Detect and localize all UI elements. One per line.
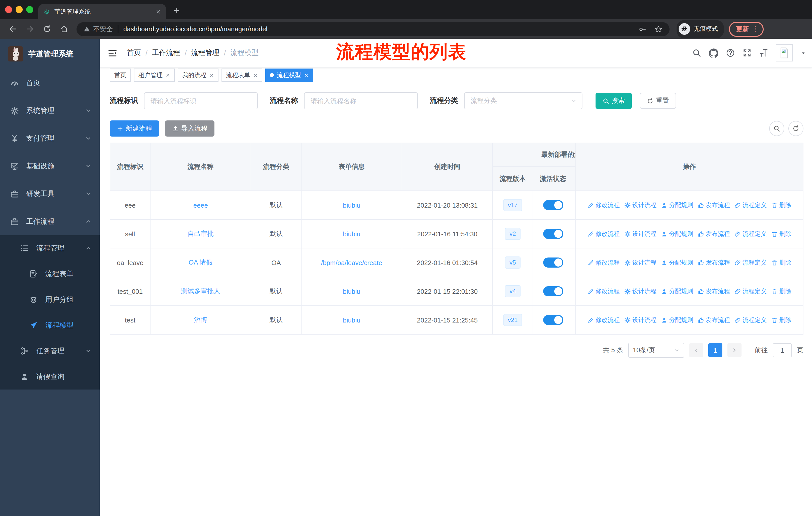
font-size-icon[interactable] [759,48,768,57]
assign-rule-link[interactable]: 分配规则 [661,201,693,209]
process-definition-link[interactable]: 流程定义 [734,258,767,267]
modify-process-link[interactable]: 修改流程 [587,258,620,267]
delete-link[interactable]: 删除 [771,287,791,296]
close-icon[interactable] [166,73,170,77]
close-icon[interactable] [253,73,258,77]
delete-link[interactable]: 删除 [771,201,791,209]
import-process-button[interactable]: 导入流程 [165,120,214,137]
breadcrumb-workflow[interactable]: 工作流程 [152,48,180,57]
sidebar-item-leave-query[interactable]: 请假查询 [0,364,100,389]
process-name-link[interactable]: 滔博 [194,316,207,325]
browser-menu-icon[interactable] [752,25,760,33]
process-name-input[interactable] [304,92,418,109]
prev-page-button[interactable] [689,343,703,357]
assign-rule-link[interactable]: 分配规则 [661,316,693,324]
category-select[interactable]: 流程分类 [464,92,582,109]
next-page-button[interactable] [727,343,742,357]
sidebar-item-process-model[interactable]: 流程模型 [0,313,100,338]
process-definition-link[interactable]: 流程定义 [734,287,767,296]
minimize-window-button[interactable] [16,6,23,13]
active-status-toggle[interactable] [543,315,563,325]
app-logo[interactable]: 芋道管理系统 [0,39,100,69]
process-name-link[interactable]: OA 请假 [188,258,212,267]
tag-home[interactable]: 首页 [110,69,131,82]
new-tab-button[interactable] [170,4,183,17]
sidebar-item-home[interactable]: 首页 [0,69,100,97]
collapse-sidebar-icon[interactable] [106,46,119,59]
publish-process-link[interactable]: 发布流程 [698,287,730,296]
sidebar-item-process-manage[interactable]: 流程管理 [0,235,100,261]
tag-process-form[interactable]: 流程表单 [222,69,262,82]
publish-process-link[interactable]: 发布流程 [698,258,730,267]
sidebar-item-devtools[interactable]: 研发工具 [0,180,100,208]
browser-tab[interactable]: 芋道管理系统 [38,4,166,19]
close-icon[interactable] [209,73,214,77]
process-definition-link[interactable]: 流程定义 [734,201,767,209]
assign-rule-link[interactable]: 分配规则 [661,258,693,267]
password-key-icon[interactable] [638,25,646,33]
process-name-link[interactable]: eeee [193,201,208,209]
modify-process-link[interactable]: 修改流程 [587,229,620,238]
sidebar-item-payment[interactable]: 支付管理 [0,125,100,152]
toggle-search-button[interactable] [769,121,784,136]
help-icon[interactable] [726,48,735,57]
assign-rule-link[interactable]: 分配规则 [661,229,693,238]
bookmark-star-icon[interactable] [655,25,663,33]
security-status[interactable]: 不安全 [84,24,113,33]
sidebar-item-infra[interactable]: 基础设施 [0,152,100,180]
breadcrumb-home[interactable]: 首页 [127,48,141,57]
process-name-link[interactable]: 测试多审批人 [181,287,220,296]
design-process-link[interactable]: 设计流程 [624,258,657,267]
assign-rule-link[interactable]: 分配规则 [661,287,693,296]
window-controls[interactable] [5,6,33,13]
modify-process-link[interactable]: 修改流程 [587,287,620,296]
address-bar[interactable]: 不安全 dashboard.yudao.iocoder.cn/bpm/manag… [77,22,670,36]
design-process-link[interactable]: 设计流程 [624,201,657,209]
design-process-link[interactable]: 设计流程 [624,287,657,296]
sidebar-item-task-manage[interactable]: 任务管理 [0,338,100,364]
active-status-toggle[interactable] [543,286,563,296]
active-status-toggle[interactable] [543,200,563,210]
create-process-button[interactable]: 新建流程 [110,120,159,137]
process-key-input[interactable] [144,92,258,109]
sidebar-item-user-group[interactable]: 用户分组 [0,287,100,313]
goto-page-input[interactable] [773,343,792,357]
github-icon[interactable] [709,48,718,58]
tag-my-process[interactable]: 我的流程 [178,69,219,82]
reset-button[interactable]: 重置 [640,93,676,109]
process-definition-link[interactable]: 流程定义 [734,229,767,238]
form-info-link[interactable]: biubiu [343,230,360,238]
form-info-link[interactable]: /bpm/oa/leave/create [321,259,382,266]
close-window-button[interactable] [5,6,12,13]
avatar-caret-icon[interactable] [801,50,806,56]
active-status-toggle[interactable] [543,229,563,239]
sidebar-item-system[interactable]: 系统管理 [0,97,100,125]
header-search-icon[interactable] [692,48,701,57]
publish-process-link[interactable]: 发布流程 [698,229,730,238]
page-number-1[interactable]: 1 [708,343,722,357]
browser-update-button[interactable]: 更新 [729,21,764,36]
user-avatar[interactable] [776,44,793,61]
delete-link[interactable]: 删除 [771,229,791,238]
design-process-link[interactable]: 设计流程 [624,229,657,238]
form-info-link[interactable]: biubiu [343,316,360,324]
tab-close-icon[interactable] [155,9,161,15]
publish-process-link[interactable]: 发布流程 [698,316,730,324]
form-info-link[interactable]: biubiu [343,288,360,295]
process-definition-link[interactable]: 流程定义 [734,316,767,324]
zoom-window-button[interactable] [26,6,33,13]
sidebar-item-workflow[interactable]: 工作流程 [0,208,100,235]
forward-button[interactable] [22,21,37,36]
reload-button[interactable] [39,21,54,36]
search-button[interactable]: 搜索 [596,93,632,109]
delete-link[interactable]: 删除 [771,316,791,324]
delete-link[interactable]: 删除 [771,258,791,267]
back-button[interactable] [5,21,20,36]
home-button[interactable] [56,21,71,36]
process-name-link[interactable]: 自己审批 [187,229,214,238]
tag-tenant[interactable]: 租户管理 [134,69,175,82]
design-process-link[interactable]: 设计流程 [624,316,657,324]
page-size-select[interactable]: 10条/页 [628,343,684,358]
sidebar-item-process-form[interactable]: 流程表单 [0,261,100,287]
fullscreen-icon[interactable] [743,48,752,57]
